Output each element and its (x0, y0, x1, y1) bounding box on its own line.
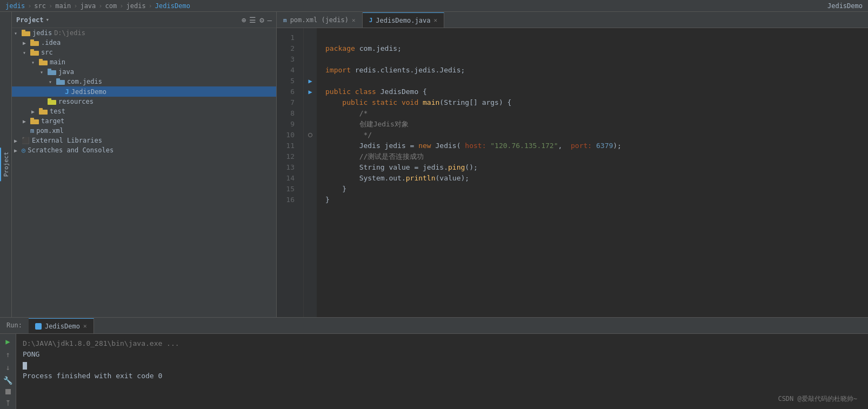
folder-icon-test (39, 108, 48, 115)
top-bar: jedis › src › main › java › com › jedis … (0, 0, 868, 12)
label-main: main (50, 58, 65, 66)
line-6: 6 (277, 86, 299, 97)
breadcrumb-java[interactable]: java (80, 2, 96, 10)
run-up-btn[interactable]: ↑ (4, 349, 11, 360)
tab-jedisdemo[interactable]: J JedisDemo.java ✕ (363, 12, 444, 28)
code-editor[interactable]: 1 2 3 4 5 6 7 8 9 10 11 12 13 14 15 16 (277, 28, 868, 317)
svg-rect-5 (30, 49, 34, 51)
tree-item-jedis[interactable]: ▾ jedis D:\jedis (12, 28, 276, 38)
tree-item-com-jedis[interactable]: ▾ com.jedis (12, 77, 276, 86)
run-wrench-btn[interactable]: 🔧 (2, 375, 14, 386)
folder-icon-main (39, 59, 48, 65)
java-tab-icon: J (369, 17, 373, 24)
svg-rect-10 (56, 80, 65, 85)
label-jedis: jedis (32, 29, 52, 37)
class-icon-jedisdemo: J (65, 88, 69, 96)
pom-tab-icon: m (283, 17, 287, 24)
svg-rect-13 (48, 98, 51, 100)
tree-item-main[interactable]: ▾ main (12, 57, 276, 67)
run-output: D:\JAVA\jdk1.8.0_281\bin\java.exe ... PO… (16, 334, 868, 409)
sidebar-locate-icon[interactable]: ⊕ (242, 16, 246, 24)
tree-item-scratches[interactable]: ▶ ◎ Scratches and Consoles (12, 145, 276, 155)
folder-icon-idea (30, 39, 39, 46)
run-play-btn[interactable]: ▶ (4, 336, 11, 347)
run-stop-btn[interactable] (5, 389, 11, 394)
sidebar-settings-icon[interactable]: ⚙ (259, 16, 264, 24)
svg-rect-17 (30, 118, 34, 120)
sidebar-header: Project ▾ ⊕ ☰ ⚙ — (12, 12, 276, 28)
svg-rect-6 (39, 61, 48, 65)
sidebar-title: Project (16, 16, 44, 24)
pom-tab-close[interactable]: ✕ (352, 17, 356, 24)
breadcrumb-main[interactable]: main (55, 2, 71, 10)
sidebar-collapse-icon[interactable]: ☰ (249, 16, 256, 24)
sidebar-minimize-icon[interactable]: — (268, 16, 272, 24)
tree-item-jedisdemo[interactable]: J JedisDemo (12, 86, 276, 97)
label-java: java (58, 68, 74, 76)
tree-item-idea[interactable]: ▶ .idea (12, 38, 276, 48)
run-cmd-line: D:\JAVA\jdk1.8.0_281\bin\java.exe ... (23, 338, 862, 349)
arrow-src: ▾ (23, 50, 30, 56)
breadcrumb-src[interactable]: src (34, 2, 46, 10)
arrow-scratches: ▶ (14, 147, 22, 153)
sidebar-dropdown-arrow[interactable]: ▾ (46, 16, 50, 23)
run-toolbar: ▶ ↑ ↓ 🔧 ⤒ ⤓ 📷 (0, 334, 16, 409)
run-down-btn[interactable]: ↓ (4, 362, 11, 373)
line-13: 13 (277, 162, 299, 173)
breadcrumb-com[interactable]: com (105, 2, 117, 10)
run-tab-jedisdemo[interactable]: JedisDemo ✕ (29, 318, 94, 333)
run-label: Run: (0, 317, 29, 333)
folder-icon-java (48, 69, 56, 75)
arrow-idea: ▶ (23, 40, 30, 46)
content-area: Project Project ▾ ⊕ ☰ ⚙ — ▾ jedis (0, 12, 868, 317)
breadcrumb-jedis[interactable]: jedis (5, 2, 25, 10)
label-src: src (41, 49, 53, 56)
code-content[interactable]: package com.jedis; import redis.clients.… (317, 28, 868, 317)
svg-rect-0 (22, 31, 30, 36)
line-12: 12 (277, 151, 299, 162)
svg-rect-3 (30, 39, 34, 42)
gutter: ▶ ▶ (304, 28, 317, 317)
vert-tab-project[interactable]: Project (0, 147, 11, 181)
jedisdemo-tab-close[interactable]: ✕ (433, 17, 437, 24)
arrow-ext-libs: ▶ (14, 138, 22, 144)
arrow-target: ▶ (23, 118, 30, 124)
tab-pom[interactable]: m pom.xml (jedis) ✕ (277, 12, 363, 28)
svg-rect-7 (39, 59, 43, 61)
line-3: 3 (277, 54, 299, 65)
run-tab-label: JedisDemo (45, 323, 80, 330)
line-10: 10 (277, 130, 299, 140)
tree-item-ext-libs[interactable]: ▶ ⬛ External Libraries (12, 136, 276, 145)
label-scratches: Scratches and Consoles (28, 146, 113, 154)
tree-item-java[interactable]: ▾ java (12, 67, 276, 77)
line-1: 1 (277, 32, 299, 43)
breadcrumb-class: JedisDemo (155, 2, 190, 10)
tree-item-test[interactable]: ▶ test (12, 106, 276, 116)
run-cursor-line (23, 360, 862, 371)
label-com-jedis: com.jedis (67, 78, 102, 85)
svg-rect-15 (39, 108, 43, 110)
run-tab-icon (35, 323, 42, 330)
run-scroll-top-btn[interactable]: ⤒ (4, 398, 12, 408)
line-14: 14 (277, 173, 299, 184)
tree-item-src[interactable]: ▾ src (12, 48, 276, 57)
tree-item-pom[interactable]: m pom.xml (12, 126, 276, 136)
cursor (23, 362, 27, 370)
folder-icon-com-jedis (56, 78, 65, 85)
app-title: JedisDemo (827, 2, 863, 10)
arrow-com-jedis: ▾ (49, 79, 56, 85)
run-line-6[interactable]: ▶ (304, 86, 317, 97)
breadcrumb-jedis2[interactable]: jedis (126, 2, 145, 10)
label-resources: resources (58, 98, 94, 105)
folder-icon-resources (48, 98, 56, 105)
run-line-5[interactable]: ▶ (304, 76, 317, 86)
label-idea: .idea (41, 39, 61, 46)
line-15: 15 (277, 184, 299, 195)
arrow-main: ▾ (31, 59, 39, 65)
sidebar-icons: ⊕ ☰ ⚙ — (242, 16, 272, 24)
tree-item-resources[interactable]: resources (12, 97, 276, 106)
jedisdemo-tab-label: JedisDemo.java (376, 17, 430, 24)
label-pom: pom.xml (36, 127, 64, 135)
tree-item-target[interactable]: ▶ target (12, 116, 276, 126)
run-tab-close[interactable]: ✕ (83, 323, 87, 330)
